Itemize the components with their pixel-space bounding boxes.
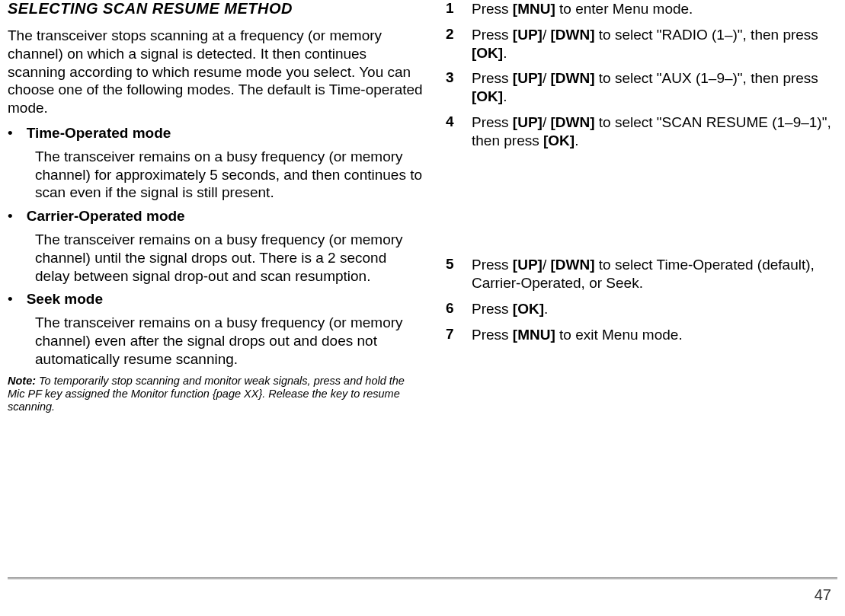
- key-label: [DWN]: [550, 114, 594, 130]
- step-number: 5: [446, 256, 472, 292]
- bullet-icon: •: [8, 125, 13, 142]
- step-number: 1: [446, 0, 472, 18]
- key-label: [MNU]: [513, 327, 555, 343]
- right-column: 1Press [MNU] to enter Menu mode.2Press […: [446, 0, 837, 422]
- key-label: [OK]: [472, 45, 503, 61]
- step-number: 7: [446, 326, 472, 344]
- key-label: [UP]: [513, 114, 543, 130]
- key-label: [UP]: [513, 27, 543, 43]
- mode-header: •Carrier-Operated mode: [8, 208, 423, 225]
- key-label: [OK]: [472, 88, 503, 104]
- step-number: 4: [446, 113, 472, 150]
- mode-description: The transceiver remains on a busy freque…: [35, 148, 423, 202]
- mode-name: Carrier-Operated mode: [27, 208, 185, 225]
- page-number: 47: [815, 586, 831, 604]
- key-label: [DWN]: [550, 257, 594, 273]
- step-item: 1Press [MNU] to enter Menu mode.: [446, 0, 837, 18]
- mode-description: The transceiver remains on a busy freque…: [35, 314, 423, 368]
- section-heading: SELECTING SCAN RESUME METHOD: [8, 0, 423, 18]
- key-label: [OK]: [513, 301, 544, 317]
- step-text: Press [UP]/ [DWN] to select Time-Operate…: [472, 256, 837, 292]
- step-item: 6Press [OK].: [446, 300, 837, 318]
- mode-description: The transceiver remains on a busy freque…: [35, 231, 423, 285]
- bullet-icon: •: [8, 291, 13, 308]
- bullet-icon: •: [8, 208, 13, 225]
- mode-name: Seek mode: [27, 291, 103, 308]
- key-label: [UP]: [513, 257, 543, 273]
- step-item: 4Press [UP]/ [DWN] to select "SCAN RESUM…: [446, 113, 837, 150]
- key-label: [MNU]: [513, 1, 555, 17]
- step-item: 7Press [MNU] to exit Menu mode.: [446, 326, 837, 344]
- note-text: To temporarily stop scanning and monitor…: [8, 375, 405, 413]
- step-text: Press [MNU] to enter Menu mode.: [472, 0, 693, 18]
- steps-list: 1Press [MNU] to enter Menu mode.2Press […: [446, 0, 837, 343]
- step-number: 3: [446, 69, 472, 106]
- step-item: 3Press [UP]/ [DWN] to select "AUX (1–9–)…: [446, 69, 837, 106]
- mode-header: •Seek mode: [8, 291, 423, 308]
- step-text: Press [MNU] to exit Menu mode.: [472, 326, 683, 344]
- mode-item: •Seek modeThe transceiver remains on a b…: [8, 291, 423, 368]
- mode-item: •Time-Operated modeThe transceiver remai…: [8, 125, 423, 202]
- step-number: 2: [446, 26, 472, 62]
- mode-header: •Time-Operated mode: [8, 125, 423, 142]
- key-label: [DWN]: [550, 70, 594, 86]
- key-label: [OK]: [543, 132, 575, 148]
- step-text: Press [UP]/ [DWN] to select "AUX (1–9–)"…: [472, 69, 837, 106]
- step-text: Press [UP]/ [DWN] to select "RADIO (1–)"…: [472, 26, 837, 62]
- left-column: SELECTING SCAN RESUME METHOD The transce…: [8, 0, 423, 422]
- step-item: 2Press [UP]/ [DWN] to select "RADIO (1–)…: [446, 26, 837, 62]
- mode-name: Time-Operated mode: [27, 125, 171, 142]
- key-label: [DWN]: [550, 27, 594, 43]
- footer-divider: [8, 577, 837, 579]
- step-text: Press [UP]/ [DWN] to select "SCAN RESUME…: [472, 113, 837, 150]
- note-label: Note:: [8, 375, 36, 387]
- modes-list: •Time-Operated modeThe transceiver remai…: [8, 125, 423, 369]
- key-label: [UP]: [513, 70, 543, 86]
- step-item: 5Press [UP]/ [DWN] to select Time-Operat…: [446, 256, 837, 292]
- mode-item: •Carrier-Operated modeThe transceiver re…: [8, 208, 423, 285]
- step-text: Press [OK].: [472, 300, 548, 318]
- note-paragraph: Note: To temporarily stop scanning and m…: [8, 375, 423, 414]
- step-gap: [446, 157, 837, 256]
- intro-paragraph: The transceiver stops scanning at a freq…: [8, 27, 423, 117]
- step-number: 6: [446, 300, 472, 318]
